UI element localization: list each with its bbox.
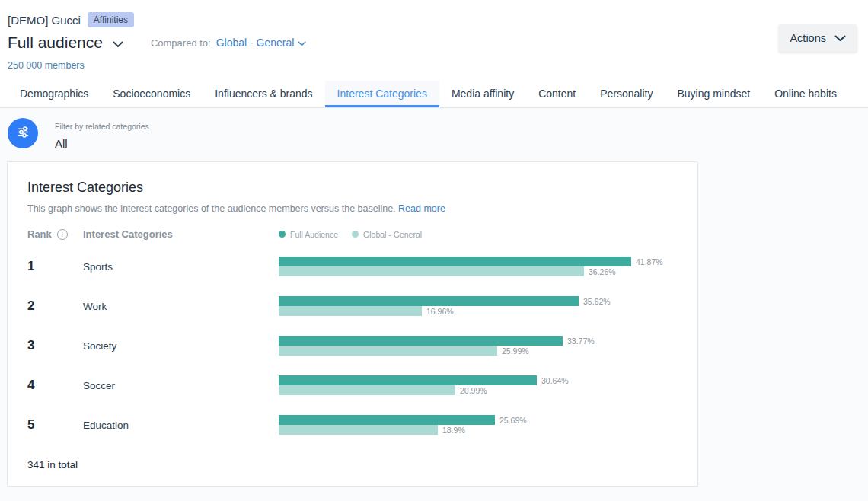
baseline-selector[interactable]: Global - General xyxy=(216,37,307,49)
bar-value-label: 16.96% xyxy=(426,307,454,316)
card-title: Interest Categories xyxy=(27,180,678,196)
legend-dot xyxy=(352,231,359,238)
affinities-badge: Affinities xyxy=(88,12,134,27)
bar-global-general xyxy=(279,266,584,276)
chart-rows: 1Sports41.87%36.26%2Work35.62%16.96%3Soc… xyxy=(27,247,678,445)
actions-button[interactable]: Actions xyxy=(778,24,857,52)
bar-full-audience xyxy=(279,375,537,385)
tab-media-affinity[interactable]: Media affinity xyxy=(439,81,526,107)
categories-column-header: Interest Categories xyxy=(83,228,279,240)
interest-categories-card: Interest Categories This graph shows the… xyxy=(7,161,698,487)
legend-item-full-audience: Full Audience xyxy=(279,230,338,239)
rank-value: 3 xyxy=(27,338,83,353)
bar-value-label: 25.99% xyxy=(502,346,529,356)
category-name: Soccer xyxy=(83,380,279,391)
tab-influencers-brands[interactable]: Influencers & brands xyxy=(203,81,324,107)
filter-row: Filter by related categories All xyxy=(0,108,868,150)
tab-content[interactable]: Content xyxy=(526,81,588,107)
bar-global-general xyxy=(279,306,422,316)
tab-bar: DemographicsSocioeconomicsInfluencers & … xyxy=(0,81,868,108)
table-header: Rank i Interest Categories Full Audience… xyxy=(27,228,678,240)
bar-group: 35.62%16.96% xyxy=(279,296,678,316)
baseline-name: Global - General xyxy=(216,37,295,49)
header: [DEMO] Gucci Affinities Full audience Co… xyxy=(0,0,868,71)
tab-demographics[interactable]: Demographics xyxy=(8,81,101,107)
table-row: 1Sports41.87%36.26% xyxy=(27,247,678,286)
rank-value: 2 xyxy=(27,298,83,314)
bar-full-audience xyxy=(279,336,563,346)
legend-dot xyxy=(279,231,286,238)
info-icon[interactable]: i xyxy=(57,229,68,240)
total-count: 341 in total xyxy=(27,459,678,471)
bar-global-general xyxy=(279,385,455,395)
read-more-link[interactable]: Read more xyxy=(398,203,445,214)
tab-online-habits[interactable]: Online habits xyxy=(762,81,849,107)
bar-global-general xyxy=(279,425,438,435)
tab-buying-mindset[interactable]: Buying mindset xyxy=(665,81,762,107)
tab-interest-categories[interactable]: Interest Categories xyxy=(325,81,439,107)
bar-group: 25.69%18.9% xyxy=(279,415,678,435)
table-row: 3Society33.77%25.99% xyxy=(27,326,678,365)
rank-value: 1 xyxy=(27,259,83,274)
bar-group: 33.77%25.99% xyxy=(279,336,678,356)
bar-value-label: 18.9% xyxy=(442,426,465,435)
chart-legend: Full AudienceGlobal - General xyxy=(279,230,678,239)
bar-full-audience xyxy=(279,257,631,266)
chevron-down-icon xyxy=(834,32,846,44)
tab-personality[interactable]: Personality xyxy=(588,81,665,107)
audience-selector[interactable]: Full audience xyxy=(8,34,123,52)
bar-value-label: 25.69% xyxy=(499,416,527,425)
bar-group: 30.64%20.99% xyxy=(279,375,678,395)
rank-value: 4 xyxy=(27,378,83,393)
bar-full-audience xyxy=(279,415,495,425)
rank-column-header: Rank xyxy=(27,228,52,240)
filter-value[interactable]: All xyxy=(55,137,149,150)
filter-button[interactable] xyxy=(8,118,38,148)
rank-value: 5 xyxy=(27,417,83,432)
chevron-down-icon xyxy=(298,37,306,49)
category-name: Education xyxy=(83,420,279,431)
bar-value-label: 33.77% xyxy=(567,337,595,346)
sliders-icon xyxy=(16,125,30,142)
category-name: Sports xyxy=(83,261,279,273)
legend-item-global-general: Global - General xyxy=(352,230,422,239)
bar-value-label: 30.64% xyxy=(541,376,569,385)
content-area: Filter by related categories All Interes… xyxy=(0,108,868,501)
filter-label: Filter by related categories xyxy=(55,122,149,131)
page: [DEMO] Gucci Affinities Full audience Co… xyxy=(0,0,868,501)
category-name: Work xyxy=(83,301,279,312)
category-name: Society xyxy=(83,340,279,352)
bar-value-label: 20.99% xyxy=(460,386,487,395)
report-title: [DEMO] Gucci xyxy=(8,14,81,27)
bar-group: 41.87%36.26% xyxy=(279,257,678,276)
actions-label: Actions xyxy=(790,32,826,44)
card-description: This graph shows the interest categories… xyxy=(27,203,678,214)
audience-name: Full audience xyxy=(8,34,103,52)
bar-full-audience xyxy=(279,296,579,306)
bar-value-label: 35.62% xyxy=(583,297,611,306)
bar-global-general xyxy=(279,346,497,356)
compared-to-label: Compared to: xyxy=(151,37,211,49)
bar-value-label: 41.87% xyxy=(636,257,663,266)
chevron-down-icon xyxy=(113,34,123,52)
table-row: 5Education25.69%18.9% xyxy=(27,405,678,445)
bar-value-label: 36.26% xyxy=(589,267,616,276)
table-row: 2Work35.62%16.96% xyxy=(27,286,678,326)
tab-socioeconomics[interactable]: Socioeconomics xyxy=(101,81,203,107)
table-row: 4Soccer30.64%20.99% xyxy=(27,365,678,405)
members-count: 250 000 members xyxy=(8,60,857,71)
